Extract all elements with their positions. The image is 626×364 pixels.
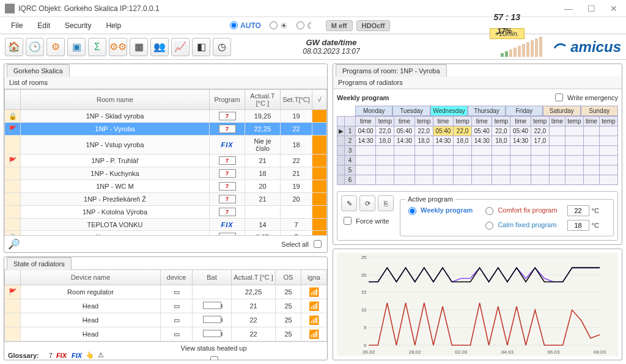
- chart-panel: 051015202526.0228.0202.0304.0306.0308.03: [333, 249, 622, 360]
- signal-strength: 17%: [501, 37, 542, 57]
- svg-text:06.03: 06.03: [548, 349, 561, 355]
- rooms-col-actual[interactable]: Actual.T [°C ]: [245, 90, 281, 110]
- brand-logo: amicus: [553, 38, 621, 56]
- room-row[interactable]: 1NP - Kuchynka71821: [5, 167, 327, 180]
- room-row[interactable]: 1NP - Vstup vyrobaFIXNie je číslo18: [5, 136, 327, 155]
- program-row[interactable]: 6: [337, 175, 618, 185]
- toolbar-home-icon[interactable]: 🏠: [5, 38, 23, 56]
- rad-col-device: device: [161, 270, 193, 285]
- radiator-row[interactable]: Head▭2125📶: [5, 299, 327, 313]
- mode-sun[interactable]: ☀: [270, 21, 288, 31]
- write-icon[interactable]: ✎: [341, 195, 357, 211]
- search-icon[interactable]: 🔍: [8, 238, 20, 250]
- toolbar-users-icon[interactable]: 👥: [150, 38, 169, 56]
- select-all[interactable]: Select all: [281, 238, 323, 250]
- rooms-header: List of rooms: [4, 76, 327, 89]
- tag-hdo[interactable]: HDO cff: [356, 20, 391, 31]
- select-all-checkbox[interactable]: [314, 240, 322, 248]
- radiators-tab[interactable]: State of radiators: [7, 257, 72, 270]
- toolbar-device-icon[interactable]: ▦: [130, 38, 148, 56]
- opt-comfort[interactable]: Comfort fix program: [482, 205, 557, 215]
- status-heated-up[interactable]: View status heated up: [104, 344, 323, 360]
- toolbar-cube-icon[interactable]: ▣: [67, 38, 86, 56]
- clock: 57 : 13: [493, 12, 520, 22]
- program-row[interactable]: 214:3018,014:3018,014:3018,014:3018,014:…: [337, 136, 618, 146]
- calm-value[interactable]: [567, 220, 589, 231]
- room-row[interactable]: 🔒Kuna sensor78,257: [5, 231, 327, 236]
- toolbar-gears-icon[interactable]: ⚙⚙: [109, 38, 127, 56]
- radiators-table: Device name device Bat Actual.T [°C ] OS…: [4, 269, 327, 341]
- program-row[interactable]: 5: [337, 166, 618, 175]
- day-mon[interactable]: Monday: [355, 106, 392, 116]
- room-row[interactable]: 1NP - WC M72019: [5, 180, 327, 193]
- toolbar-gauge-icon[interactable]: ◷: [213, 38, 231, 56]
- active-program-box: ✎ ⟳ ⎘ Force write Active program Weekly …: [337, 191, 618, 241]
- rooms-col-check[interactable]: √: [312, 90, 327, 110]
- rooms-col-mark[interactable]: [5, 90, 21, 110]
- comfort-value[interactable]: [567, 205, 589, 216]
- mode-auto[interactable]: AUTO: [230, 21, 261, 30]
- menu-file[interactable]: File: [5, 19, 29, 32]
- force-write[interactable]: Force write: [341, 215, 394, 227]
- room-row[interactable]: 🚩1NP - P. Truhlář72122: [5, 155, 327, 167]
- glossary-row: Glossary: 7 FIX FIX 👆 ⚠ View status heat…: [4, 341, 327, 360]
- menu-help[interactable]: Help: [100, 19, 127, 32]
- day-sat[interactable]: Saturday: [543, 106, 580, 116]
- programs-sub[interactable]: Programs of radiators: [333, 76, 622, 89]
- day-fri[interactable]: Friday: [506, 106, 543, 116]
- app-icon: [5, 4, 15, 13]
- menu-edit[interactable]: Edit: [31, 19, 56, 32]
- toolbar-gear-icon[interactable]: ⚙: [46, 38, 65, 56]
- menu-security[interactable]: Security: [59, 19, 97, 32]
- rooms-table: Room name Program Actual.T [°C ] Set.T[°…: [4, 89, 327, 235]
- toolbar-clock-icon[interactable]: 🕒: [26, 38, 44, 56]
- program-row[interactable]: ▶104:0022,005:4022,005:4022,005:4022,005…: [337, 126, 618, 136]
- status-tags: M eff HDO cff: [326, 20, 391, 31]
- room-row[interactable]: 🚩1NP - Vyroba722,2522: [5, 123, 327, 136]
- toolbar-sum-icon[interactable]: Σ: [88, 38, 106, 56]
- mode-moon-radio[interactable]: [296, 21, 304, 29]
- force-write-checkbox[interactable]: [344, 217, 352, 225]
- room-row[interactable]: TEPLOTA VONKUFIX147: [5, 219, 327, 231]
- programs-panel: Programs of room: 1NP - Vyroba Programs …: [333, 64, 622, 245]
- glossary-hand-icon: 👆: [86, 351, 94, 359]
- rooms-tab[interactable]: Gorkeho Skalica: [7, 64, 70, 77]
- program-row[interactable]: 3: [337, 146, 618, 156]
- rooms-col-set[interactable]: Set.T[°C]: [281, 90, 312, 110]
- svg-text:20: 20: [361, 272, 367, 278]
- day-sun[interactable]: Sunday: [581, 106, 618, 116]
- program-row[interactable]: 4: [337, 156, 618, 166]
- day-wed[interactable]: Wednesday: [430, 106, 468, 116]
- radiator-row[interactable]: Head▭2225📶: [5, 327, 327, 341]
- status-heated-checkbox[interactable]: [210, 356, 218, 360]
- program-table[interactable]: timetemptimetemptimetemptimetemptimetemp…: [337, 116, 618, 185]
- mode-auto-radio[interactable]: [230, 21, 238, 29]
- radiator-row[interactable]: Head▭2225📶: [5, 313, 327, 327]
- mode-moon[interactable]: ☾: [296, 21, 315, 31]
- copy-icon[interactable]: ⎘: [378, 195, 394, 211]
- toolbar-chart-icon[interactable]: 📈: [171, 38, 190, 56]
- room-row[interactable]: 1NP - Prezliekáreň Ž72120: [5, 193, 327, 206]
- room-row[interactable]: 1NP - Kotolna Výroba7: [5, 206, 327, 219]
- svg-text:04.03: 04.03: [501, 349, 514, 355]
- radiator-row[interactable]: 🚩Room regulator▭22,2525📶: [5, 285, 327, 299]
- write-emergency[interactable]: Write emergency: [553, 92, 618, 103]
- mode-radio-group: AUTO ☀ ☾: [230, 21, 315, 31]
- svg-text:5: 5: [364, 325, 367, 330]
- rooms-col-name[interactable]: Room name: [21, 90, 210, 110]
- opt-calm[interactable]: Calm fixed program: [482, 220, 557, 230]
- programs-tab[interactable]: Programs of room: 1NP - Vyroba: [336, 64, 447, 77]
- svg-text:26.02: 26.02: [363, 349, 375, 355]
- room-row[interactable]: 🔒1NP - Sklad vyroba719,2519: [5, 110, 327, 123]
- day-tue[interactable]: Tuesday: [392, 106, 430, 116]
- day-thu[interactable]: Thursday: [468, 106, 505, 116]
- mode-sun-radio[interactable]: [270, 21, 278, 29]
- refresh-icon[interactable]: ⟳: [359, 195, 375, 211]
- opt-weekly[interactable]: Weekly program: [405, 205, 473, 215]
- tag-m[interactable]: M eff: [326, 20, 353, 31]
- rooms-col-program[interactable]: Program: [210, 90, 245, 110]
- write-emergency-checkbox[interactable]: [555, 93, 563, 101]
- moon-icon: ☾: [307, 21, 315, 31]
- toolbar-window-icon[interactable]: ◧: [192, 38, 210, 56]
- sun-icon: ☀: [280, 21, 288, 31]
